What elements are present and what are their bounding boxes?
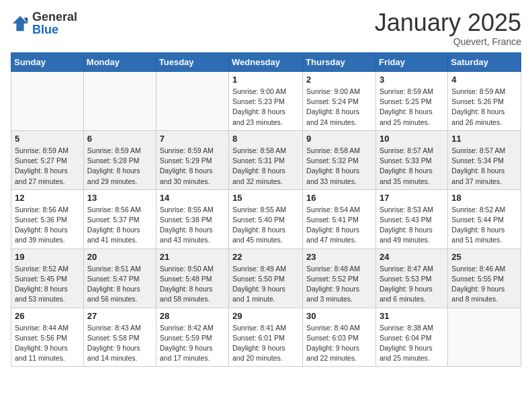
day-number: 6 (87, 134, 152, 144)
day-number: 14 (160, 193, 225, 203)
logo-general: General (32, 10, 77, 24)
day-number: 4 (451, 75, 517, 85)
day-info: Sunrise: 9:00 AMSunset: 5:24 PMDaylight:… (306, 87, 372, 128)
calendar-cell: 4Sunrise: 8:59 AMSunset: 5:26 PMDaylight… (448, 72, 521, 131)
day-info: Sunrise: 8:57 AMSunset: 5:33 PMDaylight:… (380, 146, 444, 187)
day-number: 30 (306, 311, 372, 321)
day-info: Sunrise: 8:59 AMSunset: 5:28 PMDaylight:… (87, 146, 152, 187)
calendar-cell: 13Sunrise: 8:56 AMSunset: 5:37 PMDayligh… (83, 189, 156, 248)
day-info: Sunrise: 8:46 AMSunset: 5:55 PMDaylight:… (451, 264, 517, 305)
calendar-cell: 31Sunrise: 8:38 AMSunset: 6:04 PMDayligh… (375, 308, 447, 367)
day-number: 28 (160, 311, 225, 321)
calendar-cell: 22Sunrise: 8:49 AMSunset: 5:50 PMDayligh… (229, 248, 303, 308)
calendar-week-row: 19Sunrise: 8:52 AMSunset: 5:45 PMDayligh… (11, 248, 521, 308)
month-title: January 2025 (375, 11, 521, 35)
day-number: 8 (232, 134, 299, 144)
calendar-cell: 15Sunrise: 8:55 AMSunset: 5:40 PMDayligh… (229, 189, 303, 248)
day-number: 23 (306, 252, 372, 262)
calendar-week-row: 5Sunrise: 8:59 AMSunset: 5:27 PMDaylight… (11, 130, 521, 189)
day-info: Sunrise: 8:55 AMSunset: 5:38 PMDaylight:… (160, 205, 225, 246)
day-header-thursday: Thursday (303, 53, 376, 72)
calendar-week-row: 1Sunrise: 9:00 AMSunset: 5:23 PMDaylight… (11, 72, 521, 131)
day-header-tuesday: Tuesday (156, 53, 228, 72)
day-number: 16 (306, 193, 372, 203)
day-info: Sunrise: 8:59 AMSunset: 5:25 PMDaylight:… (380, 87, 444, 128)
calendar-cell: 8Sunrise: 8:58 AMSunset: 5:31 PMDaylight… (229, 130, 303, 189)
day-number: 22 (232, 252, 299, 262)
day-info: Sunrise: 8:58 AMSunset: 5:32 PMDaylight:… (306, 146, 372, 187)
day-number: 18 (451, 193, 517, 203)
day-info: Sunrise: 8:54 AMSunset: 5:41 PMDaylight:… (306, 205, 372, 246)
day-info: Sunrise: 8:51 AMSunset: 5:47 PMDaylight:… (87, 264, 152, 305)
day-number: 31 (380, 311, 444, 321)
calendar-cell: 24Sunrise: 8:47 AMSunset: 5:53 PMDayligh… (375, 248, 447, 308)
day-info: Sunrise: 8:48 AMSunset: 5:52 PMDaylight:… (306, 264, 372, 305)
day-number: 20 (87, 252, 152, 262)
day-info: Sunrise: 8:55 AMSunset: 5:40 PMDaylight:… (232, 205, 299, 246)
day-header-saturday: Saturday (448, 53, 521, 72)
calendar-cell: 2Sunrise: 9:00 AMSunset: 5:24 PMDaylight… (303, 72, 376, 131)
day-header-wednesday: Wednesday (229, 53, 303, 72)
day-number: 25 (451, 252, 517, 262)
day-info: Sunrise: 9:00 AMSunset: 5:23 PMDaylight:… (232, 87, 299, 128)
day-info: Sunrise: 8:56 AMSunset: 5:37 PMDaylight:… (87, 205, 152, 246)
day-info: Sunrise: 8:43 AMSunset: 5:58 PMDaylight:… (87, 323, 152, 364)
day-info: Sunrise: 8:44 AMSunset: 5:56 PMDaylight:… (15, 323, 80, 364)
logo: General Blue (11, 11, 77, 36)
day-info: Sunrise: 8:57 AMSunset: 5:34 PMDaylight:… (451, 146, 517, 187)
day-info: Sunrise: 8:58 AMSunset: 5:31 PMDaylight:… (232, 146, 299, 187)
calendar-cell: 3Sunrise: 8:59 AMSunset: 5:25 PMDaylight… (375, 72, 447, 131)
day-number: 29 (232, 311, 299, 321)
logo-icon (11, 14, 30, 33)
day-number: 26 (15, 311, 80, 321)
calendar-table: SundayMondayTuesdayWednesdayThursdayFrid… (11, 52, 521, 367)
calendar-cell: 26Sunrise: 8:44 AMSunset: 5:56 PMDayligh… (11, 308, 84, 367)
day-number: 21 (160, 252, 225, 262)
day-info: Sunrise: 8:52 AMSunset: 5:45 PMDaylight:… (15, 264, 80, 305)
calendar-cell: 25Sunrise: 8:46 AMSunset: 5:55 PMDayligh… (448, 248, 521, 308)
day-info: Sunrise: 8:53 AMSunset: 5:43 PMDaylight:… (380, 205, 444, 246)
title-block: January 2025 Quevert, France (375, 11, 521, 47)
day-info: Sunrise: 8:50 AMSunset: 5:48 PMDaylight:… (160, 264, 225, 305)
calendar-cell: 23Sunrise: 8:48 AMSunset: 5:52 PMDayligh… (303, 248, 376, 308)
calendar-cell: 29Sunrise: 8:41 AMSunset: 6:01 PMDayligh… (229, 308, 303, 367)
day-number: 1 (232, 75, 299, 85)
calendar-header-row: SundayMondayTuesdayWednesdayThursdayFrid… (11, 53, 521, 72)
calendar-cell: 1Sunrise: 9:00 AMSunset: 5:23 PMDaylight… (229, 72, 303, 131)
day-number: 5 (15, 134, 80, 144)
day-header-friday: Friday (375, 53, 447, 72)
day-info: Sunrise: 8:59 AMSunset: 5:26 PMDaylight:… (451, 87, 517, 128)
calendar-cell: 14Sunrise: 8:55 AMSunset: 5:38 PMDayligh… (156, 189, 228, 248)
calendar-cell: 17Sunrise: 8:53 AMSunset: 5:43 PMDayligh… (375, 189, 447, 248)
calendar-cell: 11Sunrise: 8:57 AMSunset: 5:34 PMDayligh… (448, 130, 521, 189)
day-number: 3 (380, 75, 444, 85)
day-info: Sunrise: 8:40 AMSunset: 6:03 PMDaylight:… (306, 323, 372, 364)
location-title: Quevert, France (375, 36, 521, 47)
day-number: 10 (380, 134, 444, 144)
day-number: 12 (15, 193, 80, 203)
day-number: 9 (306, 134, 372, 144)
calendar-cell: 6Sunrise: 8:59 AMSunset: 5:28 PMDaylight… (83, 130, 156, 189)
day-header-sunday: Sunday (11, 53, 84, 72)
day-info: Sunrise: 8:42 AMSunset: 5:59 PMDaylight:… (160, 323, 225, 364)
calendar-cell: 20Sunrise: 8:51 AMSunset: 5:47 PMDayligh… (83, 248, 156, 308)
calendar-cell: 19Sunrise: 8:52 AMSunset: 5:45 PMDayligh… (11, 248, 84, 308)
calendar-cell: 30Sunrise: 8:40 AMSunset: 6:03 PMDayligh… (303, 308, 376, 367)
calendar-cell: 12Sunrise: 8:56 AMSunset: 5:36 PMDayligh… (11, 189, 84, 248)
calendar-cell: 16Sunrise: 8:54 AMSunset: 5:41 PMDayligh… (303, 189, 376, 248)
day-number: 11 (451, 134, 517, 144)
calendar-cell: 21Sunrise: 8:50 AMSunset: 5:48 PMDayligh… (156, 248, 228, 308)
day-number: 2 (306, 75, 372, 85)
calendar-week-row: 12Sunrise: 8:56 AMSunset: 5:36 PMDayligh… (11, 189, 521, 248)
day-number: 13 (87, 193, 152, 203)
day-number: 24 (380, 252, 444, 262)
day-number: 17 (380, 193, 444, 203)
day-number: 7 (160, 134, 225, 144)
calendar-cell: 5Sunrise: 8:59 AMSunset: 5:27 PMDaylight… (11, 130, 84, 189)
calendar-cell (156, 72, 228, 131)
calendar-cell (11, 72, 84, 131)
day-info: Sunrise: 8:59 AMSunset: 5:27 PMDaylight:… (15, 146, 80, 187)
day-info: Sunrise: 8:56 AMSunset: 5:36 PMDaylight:… (15, 205, 80, 246)
day-info: Sunrise: 8:59 AMSunset: 5:29 PMDaylight:… (160, 146, 225, 187)
calendar-week-row: 26Sunrise: 8:44 AMSunset: 5:56 PMDayligh… (11, 308, 521, 367)
